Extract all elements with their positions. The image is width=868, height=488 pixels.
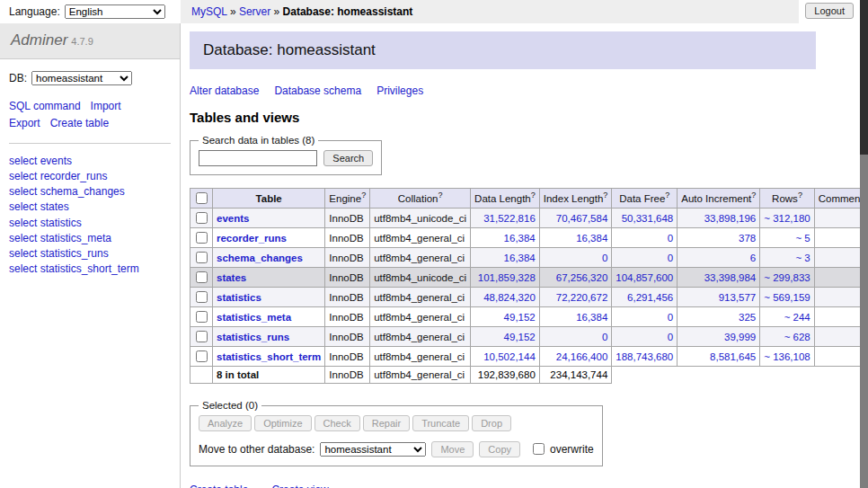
- sidebar-select-states[interactable]: select states: [9, 200, 171, 215]
- sidebar-select-statistics-runs[interactable]: select statistics_runs: [9, 246, 171, 262]
- cell-data-free[interactable]: 188,743,680: [612, 347, 678, 367]
- column-help-icon[interactable]: ?: [751, 191, 756, 200]
- row-checkbox[interactable]: [196, 331, 208, 342]
- cell-rows[interactable]: ~ 5: [760, 228, 814, 248]
- cell-rows[interactable]: ~ 312,180: [760, 209, 814, 228]
- create-view-link[interactable]: Create view: [271, 484, 328, 488]
- column-help-icon[interactable]: ?: [438, 191, 442, 200]
- cell-index-length[interactable]: 67,256,320: [539, 268, 612, 288]
- db-select[interactable]: homeassistant: [31, 71, 132, 85]
- language-select[interactable]: English: [65, 4, 165, 19]
- column-help-icon[interactable]: ?: [665, 191, 669, 200]
- cell-data-length[interactable]: 31,522,816: [471, 209, 540, 228]
- db-nav-database-schema[interactable]: Database schema: [274, 84, 361, 97]
- cell-data-free[interactable]: 50,331,648: [612, 209, 678, 228]
- cell-rows[interactable]: ~ 628: [760, 327, 814, 347]
- cell-index-length[interactable]: 0: [539, 248, 612, 268]
- cell-index-length[interactable]: 0: [539, 327, 612, 347]
- column-help-icon[interactable]: ?: [603, 191, 607, 200]
- table-name-link[interactable]: statistics: [217, 292, 261, 303]
- sidebar-action-import[interactable]: Import: [91, 100, 121, 112]
- scrollbar-thumb[interactable]: [860, 0, 868, 155]
- cell-data-free[interactable]: 6,291,456: [612, 288, 678, 307]
- bulk-optimize-button[interactable]: Optimize: [254, 415, 311, 431]
- cell-index-length[interactable]: 16,384: [539, 228, 612, 248]
- cell-data-free[interactable]: 0: [612, 248, 678, 268]
- cell-data-free[interactable]: 0: [612, 327, 678, 347]
- search-button[interactable]: Search: [323, 150, 373, 166]
- cell-rows[interactable]: ~ 136,108: [760, 347, 814, 367]
- cell-rows[interactable]: ~ 569,159: [760, 288, 814, 307]
- row-checkbox[interactable]: [196, 271, 208, 283]
- cell-data-free[interactable]: 0: [612, 228, 678, 248]
- row-checkbox[interactable]: [196, 232, 208, 244]
- db-nav-privileges[interactable]: Privileges: [376, 84, 423, 97]
- search-input[interactable]: [199, 150, 317, 166]
- bulk-repair-button[interactable]: Repair: [363, 415, 410, 431]
- sidebar-action-export[interactable]: Export: [9, 117, 40, 129]
- table-name-link[interactable]: events: [217, 213, 249, 224]
- sidebar-select-schema-changes[interactable]: select schema_changes: [9, 184, 171, 200]
- sidebar-select-recorder-runs[interactable]: select recorder_runs: [9, 169, 171, 184]
- page-scrollbar[interactable]: [860, 0, 868, 488]
- sidebar-select-statistics[interactable]: select statistics: [9, 216, 171, 231]
- cell-auto-increment[interactable]: 913,577: [678, 288, 760, 307]
- sidebar-action-sql-command[interactable]: SQL command: [9, 100, 81, 112]
- column-help-icon[interactable]: ?: [361, 191, 366, 200]
- row-checkbox[interactable]: [196, 252, 208, 263]
- bulk-check-button[interactable]: Check: [314, 415, 360, 431]
- cell-data-length[interactable]: 101,859,328: [471, 268, 540, 288]
- row-checkbox[interactable]: [196, 311, 208, 323]
- overwrite-checkbox[interactable]: [533, 443, 545, 455]
- create-table-link[interactable]: Create table: [190, 484, 248, 488]
- move-db-select[interactable]: homeassistant: [320, 442, 426, 457]
- cell-auto-increment[interactable]: 33,398,984: [678, 268, 760, 288]
- cell-index-length[interactable]: 72,220,672: [539, 288, 612, 307]
- column-help-icon[interactable]: ?: [798, 191, 802, 200]
- bulk-truncate-button[interactable]: Truncate: [412, 415, 469, 431]
- cell-auto-increment[interactable]: 8,581,645: [678, 347, 760, 367]
- table-name-link[interactable]: schema_changes: [217, 253, 303, 263]
- move-button[interactable]: Move: [431, 441, 474, 457]
- cell-auto-increment[interactable]: 6: [678, 248, 760, 268]
- sidebar-select-statistics-meta[interactable]: select statistics_meta: [9, 231, 171, 246]
- cell-auto-increment[interactable]: 325: [678, 307, 760, 327]
- cell-data-length[interactable]: 16,384: [471, 228, 540, 248]
- column-help-icon[interactable]: ?: [531, 191, 536, 200]
- cell-auto-increment[interactable]: 378: [678, 228, 760, 248]
- row-checkbox[interactable]: [196, 350, 208, 362]
- breadcrumb-link-server[interactable]: Server: [239, 5, 270, 18]
- cell-index-length[interactable]: 16,384: [539, 307, 612, 327]
- logout-button[interactable]: Logout: [805, 3, 854, 19]
- cell-rows[interactable]: ~ 244: [760, 307, 814, 327]
- cell-index-length[interactable]: 70,467,584: [539, 209, 612, 228]
- sidebar-select-statistics-short-term[interactable]: select statistics_short_term: [9, 262, 171, 277]
- copy-button[interactable]: Copy: [479, 441, 520, 457]
- sidebar-action-create-table[interactable]: Create table: [50, 117, 109, 129]
- cell-data-length[interactable]: 49,152: [471, 307, 540, 327]
- cell-data-free[interactable]: 0: [612, 307, 678, 327]
- bulk-analyze-button[interactable]: Analyze: [199, 415, 252, 431]
- row-checkbox[interactable]: [196, 291, 208, 303]
- sidebar-select-events[interactable]: select events: [9, 154, 171, 169]
- db-nav-alter-database[interactable]: Alter database: [190, 84, 259, 97]
- cell-data-free[interactable]: 104,857,600: [612, 268, 678, 288]
- row-checkbox[interactable]: [196, 212, 208, 224]
- select-all-checkbox[interactable]: [196, 192, 208, 204]
- table-name-link[interactable]: recorder_runs: [217, 233, 287, 244]
- cell-auto-increment[interactable]: 33,898,196: [678, 209, 760, 228]
- table-name-link[interactable]: statistics_runs: [217, 332, 289, 342]
- cell-data-length[interactable]: 10,502,144: [471, 347, 540, 367]
- cell-data-length[interactable]: 49,152: [471, 327, 540, 347]
- bulk-drop-button[interactable]: Drop: [472, 415, 511, 431]
- table-name-link[interactable]: states: [217, 272, 246, 283]
- cell-index-length[interactable]: 24,166,400: [539, 347, 612, 367]
- cell-data-length[interactable]: 16,384: [471, 248, 540, 268]
- breadcrumb-link-mysql[interactable]: MySQL: [191, 5, 227, 18]
- table-name-link[interactable]: statistics_meta: [217, 312, 291, 323]
- cell-rows[interactable]: ~ 299,833: [760, 268, 814, 288]
- cell-data-length[interactable]: 48,824,320: [471, 288, 540, 307]
- table-name-link[interactable]: statistics_short_term: [217, 351, 321, 362]
- cell-rows[interactable]: ~ 3: [760, 248, 814, 268]
- cell-auto-increment[interactable]: 39,999: [678, 327, 760, 347]
